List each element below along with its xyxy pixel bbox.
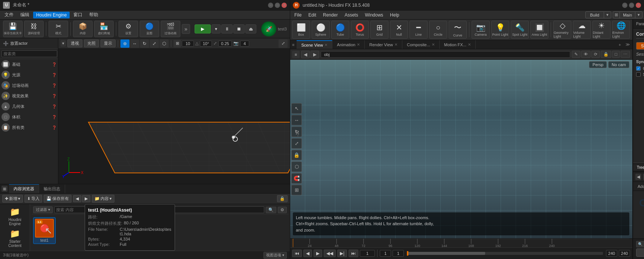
h-menu-render[interactable]: Render bbox=[320, 12, 341, 18]
sidebar-item-light[interactable]: 💡 光源 ❓ bbox=[0, 70, 58, 80]
h-node-content[interactable]: Objects globalNodes bbox=[633, 191, 644, 238]
tl-start-btn[interactable]: ⏮ bbox=[292, 250, 302, 257]
cb-new-btn[interactable]: ✚ 新增 ▾ bbox=[2, 195, 23, 203]
h-vp-tool1[interactable]: ✎ bbox=[572, 51, 580, 58]
add-tab-btn[interactable]: + bbox=[617, 41, 623, 48]
h-vp-tool5[interactable]: □ bbox=[612, 51, 620, 58]
h-vp-tool4[interactable]: 🔒 bbox=[601, 51, 611, 58]
sync-viewport-checkbox[interactable] bbox=[636, 72, 641, 77]
rotate-tool-btn[interactable]: ↻ bbox=[140, 39, 149, 48]
cinematic-help-icon[interactable]: ❓ bbox=[52, 83, 56, 88]
eject-btn[interactable]: ⏏ bbox=[245, 24, 256, 33]
h-timeline-ruler[interactable]: 24 48 72 96 120 144 168 bbox=[290, 239, 632, 248]
h-select-tool-btn[interactable]: ↖ bbox=[291, 103, 302, 114]
node-back-btn[interactable]: ◀ bbox=[635, 174, 641, 180]
tab-animation[interactable]: Animation ✕ bbox=[332, 40, 365, 49]
sidebar-item-visual[interactable]: ✨ 视觉效果 ❓ bbox=[0, 91, 58, 101]
h-scale-tool-btn[interactable]: ⤢ bbox=[291, 138, 302, 148]
select-tool-btn[interactable]: ⊕ bbox=[120, 39, 129, 48]
node-tab-tree-view[interactable]: Tree View bbox=[633, 164, 644, 171]
h-vp-tool2[interactable]: 👁 bbox=[581, 51, 591, 58]
cb-item-test1[interactable]: 🔴 1.1 ↖ test1 bbox=[33, 217, 56, 244]
camera-btn[interactable]: 📷 Camera bbox=[472, 21, 490, 39]
view-options-bottom-btn[interactable]: 视图选项 ▾ bbox=[263, 252, 287, 259]
display-btn[interactable]: 显示 bbox=[100, 39, 116, 47]
pause-btn[interactable]: ⏸ bbox=[221, 24, 233, 33]
houdini-minimize-btn[interactable]: ─ bbox=[622, 3, 627, 8]
viewport-maximize-btn[interactable]: ⤢ bbox=[279, 39, 288, 48]
scene-view-close[interactable]: ✕ bbox=[324, 43, 327, 47]
houdini-maximize-btn[interactable]: □ bbox=[629, 3, 634, 8]
tl-playhead[interactable] bbox=[407, 251, 408, 256]
menu-window[interactable]: 窗口 bbox=[70, 11, 85, 19]
h-move-tool-btn[interactable]: ↔ bbox=[291, 115, 302, 125]
scene-view-menu[interactable]: ≡ bbox=[290, 41, 297, 48]
all-help-icon[interactable]: ❓ bbox=[52, 126, 56, 130]
h-vp-menu-btn[interactable]: ≡ bbox=[292, 51, 300, 58]
nocam-btn[interactable]: No cam bbox=[608, 61, 629, 68]
keys-zoom-btn[interactable]: 🔍 bbox=[636, 241, 644, 247]
source-control-btn[interactable]: ⛓ 源码管理 bbox=[24, 21, 44, 37]
build-dropdown-icon[interactable]: ▾ bbox=[604, 12, 611, 18]
cook-houdini-time-checkbox[interactable]: ✓ bbox=[636, 66, 641, 71]
houdini-3d-viewport[interactable]: Persp No cam ↖ ↔ ↻ ⤢ 🔒 ⬡ 🧲 ⊞ -10 bbox=[290, 60, 632, 238]
sidebar-item-all[interactable]: 📋 所有类 ❓ bbox=[0, 122, 58, 133]
tl-end-btn[interactable]: ⏭ bbox=[349, 250, 358, 257]
cb-save-all-btn[interactable]: 💾 保存所有 bbox=[44, 195, 72, 203]
cb-import-btn[interactable]: ⬇ 导入 bbox=[24, 195, 42, 203]
content-btn[interactable]: 📦 内容 bbox=[73, 21, 93, 37]
sidebar-item-basic[interactable]: ⬜ 基础 ❓ bbox=[0, 59, 58, 70]
curve-btn[interactable]: 〜 Curve bbox=[449, 21, 467, 39]
geometry-light-btn[interactable]: ◇ Geometry Light bbox=[553, 21, 571, 39]
line-btn[interactable]: ━ Line bbox=[410, 21, 428, 39]
tl-scrubber[interactable] bbox=[407, 252, 603, 255]
main-btn[interactable]: Main bbox=[620, 12, 635, 18]
bottom-layout-icon[interactable]: ⊞ bbox=[2, 186, 8, 192]
menu-houdini-engine[interactable]: Houdini Engine bbox=[33, 12, 70, 18]
tl-play-back-btn[interactable]: ◀◀ bbox=[324, 250, 336, 257]
tabs-more-btn[interactable]: ≫ bbox=[623, 41, 632, 48]
tl-range-end1[interactable] bbox=[606, 250, 617, 257]
stop-btn[interactable]: ⏹ bbox=[233, 24, 245, 33]
tab-parameters[interactable]: Parameters bbox=[633, 21, 644, 27]
sidebar-item-geometry[interactable]: ▲ 几何体 ❓ bbox=[0, 101, 58, 112]
blueprint-btn[interactable]: 🔵 蓝图 bbox=[140, 21, 159, 37]
perspective-btn[interactable]: 透视 bbox=[67, 39, 82, 47]
persp-btn[interactable]: Persp bbox=[589, 61, 607, 68]
viewport-menu-btn[interactable]: ▾ bbox=[61, 40, 66, 47]
modes-btn[interactable]: ✂ 模式 bbox=[49, 21, 68, 37]
render-view-close[interactable]: ✕ bbox=[394, 42, 397, 47]
viewport-canvas[interactable]: X Z Y bbox=[58, 49, 290, 184]
null-btn[interactable]: ✕ Null bbox=[390, 21, 408, 39]
box-btn[interactable]: ⬜ Box bbox=[292, 21, 310, 39]
h-vp-more-btn[interactable]: ⋯ bbox=[621, 51, 630, 58]
stop-btn[interactable]: Stop bbox=[636, 42, 644, 50]
h-menu-edit[interactable]: Edit bbox=[305, 12, 319, 18]
houdini-close-btn[interactable]: ✕ bbox=[636, 3, 641, 8]
marketplace-btn[interactable]: 🏪 虚幻商城 bbox=[94, 21, 114, 37]
save-level-btn[interactable]: 💾 保存当前关卡 bbox=[3, 21, 23, 37]
h-menu-file[interactable]: File bbox=[291, 12, 304, 18]
h-grid-toggle[interactable]: ⊞ bbox=[291, 185, 302, 195]
translate-tool-btn[interactable]: ↔ bbox=[130, 39, 139, 48]
tab-composite[interactable]: Composite... ✕ bbox=[402, 40, 440, 49]
motion-fx-close[interactable]: ✕ bbox=[468, 42, 471, 47]
tab-render-view[interactable]: Render View ✕ bbox=[365, 40, 402, 49]
ue-3d-viewport[interactable]: ▾ 透视 光照 显示 ⊕ ↔ ↻ ⤢ ⬡ ⊞ 10 △ bbox=[58, 38, 290, 184]
cinematics-btn[interactable]: 🎬 过场动画 bbox=[161, 21, 180, 37]
tl-frame-start[interactable] bbox=[380, 250, 391, 257]
forward-btn[interactable]: ▶ bbox=[82, 195, 90, 202]
ue-minimize-btn[interactable]: ─ bbox=[268, 3, 273, 8]
tl-play-btn[interactable]: ▶ bbox=[314, 250, 322, 257]
environ-light-btn[interactable]: 🌐 Environ Light bbox=[612, 21, 630, 39]
scale-tool-btn[interactable]: ⤢ bbox=[150, 39, 159, 48]
tab-scene-view[interactable]: Scene View ✕ bbox=[297, 40, 332, 49]
basic-help-icon[interactable]: ❓ bbox=[52, 62, 56, 67]
geometry-help-icon[interactable]: ❓ bbox=[52, 105, 56, 109]
cb-content-btn[interactable]: 📁 内容 ▾ bbox=[92, 195, 114, 203]
cb-folder-starter[interactable]: 📁 Starter Content bbox=[2, 227, 28, 249]
light-help-icon[interactable]: ❓ bbox=[52, 73, 56, 77]
tl-frame-end[interactable] bbox=[393, 250, 404, 257]
tube-btn[interactable]: 🔵 Tube bbox=[331, 21, 349, 39]
grid-toggle-btn[interactable]: ⊞ bbox=[174, 40, 181, 47]
